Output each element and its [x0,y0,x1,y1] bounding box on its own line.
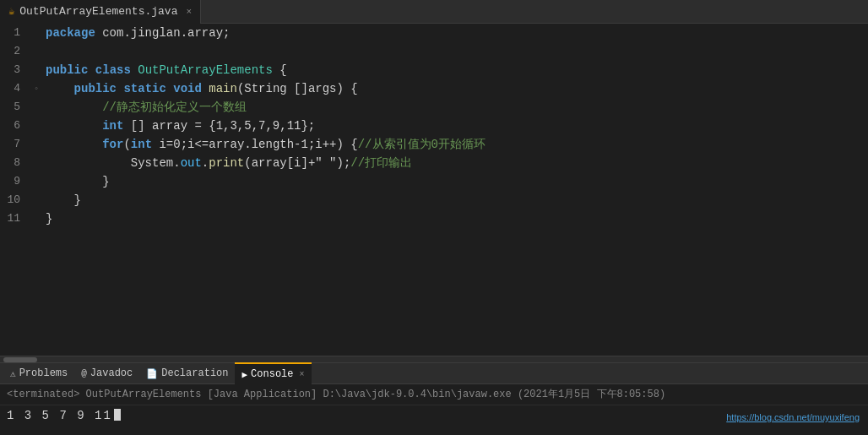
bottom-tab-problems[interactable]: ⚠Problems [3,362,74,384]
fold-indicator [30,61,42,79]
line-number: 6 [0,117,30,135]
bottom-tab-javadoc[interactable]: @Javadoc [74,362,139,384]
line-content [42,42,868,61]
code-token: OutPutArrayElements [131,63,279,77]
code-token: class [95,63,131,77]
line-content: } [42,191,868,209]
code-row: 5 //静态初始化定义一个数组 [0,98,868,117]
code-token [46,119,102,133]
code-token: public [46,63,88,77]
fold-indicator [30,24,42,42]
console-numbers: 1 3 5 7 9 11 [7,409,112,422]
fold-indicator [30,191,42,209]
line-content: public class OutPutArrayElements { [42,61,868,79]
bottom-tab-bar: ⚠Problems@Javadoc📄Declaration▶Console× [0,362,868,384]
line-content: } [42,209,868,228]
line-number: 5 [0,98,30,117]
line-number: 7 [0,135,30,154]
code-token: { [279,63,286,77]
watermark[interactable]: https://blog.csdn.net/muyuxifeng [726,412,860,422]
line-content: } [42,172,868,191]
line-number: 4 [0,79,30,98]
code-token [88,63,95,77]
fold-indicator [30,42,42,61]
horizontal-scrollbar[interactable] [0,356,868,362]
fold-indicator [30,154,42,172]
line-content: public static void main(String []args) { [42,79,868,98]
code-token: int [102,119,123,133]
console-output: 1 3 5 7 9 11 https://blog.csdn.net/muyux… [0,405,868,426]
code-row: 11} [0,209,868,228]
fold-indicator [30,135,42,154]
fold-indicator [30,117,42,135]
console-header: <terminated> OutPutArrayElements [Java A… [0,384,868,405]
code-row: 7 for(int i=0;i<=array.length-1;i++) {//… [0,135,868,154]
code-token: print [209,156,244,170]
bottom-tab-console[interactable]: ▶Console× [235,362,311,384]
code-token: //静态初始化定义一个数组 [46,101,247,114]
fold-indicator [30,98,42,117]
code-token: } [46,212,52,226]
line-content: System.out.print(array[i]+" ");//打印输出 [42,154,868,172]
btab-label: Javadoc [90,367,133,379]
line-number: 8 [0,154,30,172]
line-number: 10 [0,191,30,209]
code-token: com.jinglan.array; [95,26,231,40]
code-token: static [123,82,165,95]
tab-close-icon[interactable]: × [186,7,192,17]
code-token: } [46,175,110,188]
code-token: //打印输出 [350,156,412,170]
tab-bar: ☕ OutPutArrayElements.java × [0,0,868,24]
code-token: (String []args) { [237,82,358,95]
code-row: 8 System.out.print(array[i]+" ");//打印输出 [0,154,868,172]
file-tab[interactable]: ☕ OutPutArrayElements.java × [0,0,201,24]
code-token: [] array = {1,3,5,7,9,11}; [123,119,315,133]
line-number: 3 [0,61,30,79]
code-row: 3public class OutPutArrayElements { [0,61,868,79]
line-number: 9 [0,172,30,191]
code-row: 9 } [0,172,868,191]
fold-indicator [30,209,42,228]
code-token: main [209,82,237,95]
code-row: 2 [0,42,868,61]
code-row: 10 } [0,191,868,209]
code-token: System. [46,156,181,170]
line-content: //静态初始化定义一个数组 [42,98,868,117]
btab-icon: ▶ [241,369,247,380]
java-file-icon: ☕ [8,5,14,18]
code-row: 4◦ public static void main(String []args… [0,79,868,98]
fold-indicator [30,172,42,191]
code-token: . [202,156,209,170]
btab-icon: 📄 [146,368,158,379]
bottom-tab-declaration[interactable]: 📄Declaration [139,362,235,384]
code-token: (array[i]+" "); [244,156,350,170]
code-table: 1package com.jinglan.array;2 3public cla… [0,24,868,228]
code-editor: 1package com.jinglan.array;2 3public cla… [0,24,868,356]
line-number: 2 [0,42,30,61]
tab-filename: OutPutArrayElements.java [19,5,177,18]
code-token: int [131,138,152,151]
code-token: //从索引值为0开始循环 [358,138,486,151]
btab-icon: @ [81,368,87,378]
code-token: i=0;i<=array.length-1;i++) { [152,138,358,151]
btab-close-icon[interactable]: × [300,370,305,379]
code-row: 1package com.jinglan.array; [0,24,868,42]
code-token: void [173,82,202,95]
code-token: public [74,82,117,95]
line-content: for(int i=0;i<=array.length-1;i++) {//从索… [42,135,868,154]
console-cursor [114,409,121,421]
console-panel: <terminated> OutPutArrayElements [Java A… [0,384,868,435]
line-number: 1 [0,24,30,42]
code-token: out [181,156,202,170]
code-token [46,82,74,95]
scrollbar-track [3,357,37,362]
btab-label: Problems [19,367,68,379]
code-token: ( [123,138,130,151]
code-token [166,82,173,95]
btab-icon: ⚠ [10,368,16,379]
line-content: int [] array = {1,3,5,7,9,11}; [42,117,868,135]
fold-indicator[interactable]: ◦ [30,79,42,98]
line-number: 11 [0,209,30,228]
code-token: package [46,26,95,40]
code-token: for [102,138,123,151]
